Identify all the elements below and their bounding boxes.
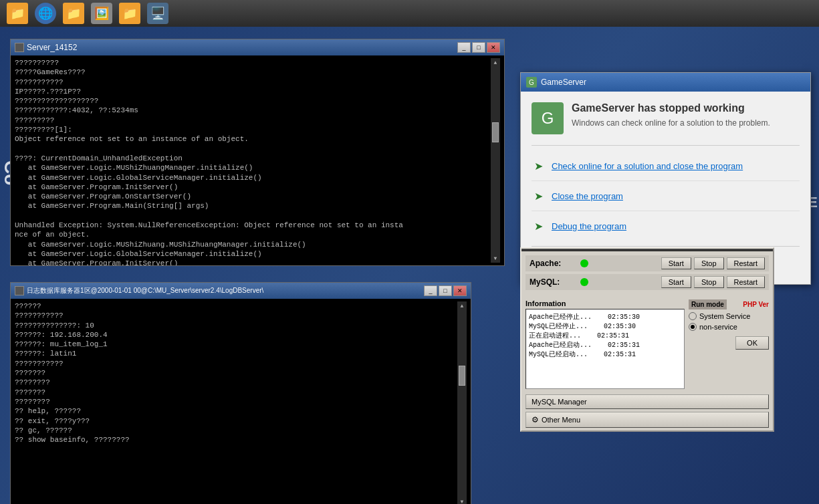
scrollbar-thumb-1[interactable] (492, 122, 499, 142)
close-program-label: Close the program (552, 191, 623, 201)
mysql-manager-btn[interactable]: MySQL Manager (525, 394, 769, 409)
other-menu-label: Other Menu (542, 416, 580, 424)
taskbar-monitor[interactable]: 🖥️ (147, 3, 168, 24)
info-line-2: MySQL已经停止... 02:35:30 (529, 322, 681, 331)
scrollbar-thumb-2[interactable] (459, 366, 465, 386)
console-1-icon (15, 43, 24, 52)
divider-1 (532, 145, 800, 146)
console-1-titlebar: Server_14152 _ □ ✕ (11, 39, 504, 55)
console-2-title: 日志数据库服务器1区@2000-01-01 00@C:\MU_Server\se… (15, 286, 263, 295)
gameserver-icon: G (526, 77, 537, 88)
xampp-lower-section: Information Apache已经停止... 02:35:30 MySQL… (521, 297, 773, 392)
mysql-stop-btn[interactable]: Stop (694, 276, 724, 288)
crash-app-icon: G (532, 102, 564, 134)
xampp-panel: Apache: Start Stop Restart MySQL: Start … (520, 247, 774, 432)
mysql-label: MySQL: (530, 277, 576, 287)
crash-header: G GameServer has stopped working Windows… (532, 102, 800, 134)
close-program-option[interactable]: ➤ Close the program (532, 181, 800, 211)
console-1-text: ?????????? ?????GameRes???? ??????????? … (15, 58, 491, 263)
apache-stop-btn[interactable]: Stop (694, 257, 724, 269)
other-menu-btn[interactable]: ⚙ Other Menu (525, 412, 769, 428)
info-line-4: Apache已经启动... 02:35:31 (529, 340, 681, 350)
close-button-1[interactable]: ✕ (487, 42, 500, 53)
run-mode-header: Run mode PHP Ver (689, 299, 769, 309)
apache-buttons: Start Stop Restart (661, 257, 765, 269)
crash-title: G GameServer (526, 77, 586, 88)
console-2-titlebar: 日志数据库服务器1区@2000-01-01 00@C:\MU_Server\se… (11, 283, 471, 299)
console-1-controls: _ □ ✕ (457, 42, 500, 53)
mysql-service-row: MySQL: Start Stop Restart (525, 274, 769, 290)
check-online-label: Check online for a solution and close th… (552, 161, 743, 171)
desktop: Co N TIME Server_14152 _ □ ✕ ?????????? … (0, 27, 819, 504)
radio-filled-dot (691, 325, 695, 329)
xampp-body: Apache: Start Stop Restart MySQL: Start … (521, 251, 773, 297)
divider-2 (532, 246, 800, 247)
non-service-radio-btn[interactable] (689, 323, 697, 331)
minimize-button-2[interactable]: _ (424, 285, 437, 296)
close-button-2[interactable]: ✕ (453, 285, 467, 296)
info-line-5: MySQL已经启动... 02:35:31 (529, 350, 681, 359)
system-service-radio-btn[interactable] (689, 312, 697, 320)
mysql-buttons: Start Stop Restart (661, 276, 765, 288)
crash-titlebar: G GameServer (521, 73, 810, 92)
maximize-button-1[interactable]: □ (472, 42, 485, 53)
apache-service-row: Apache: Start Stop Restart (525, 255, 769, 271)
info-line-1: Apache已经停止... 02:35:30 (529, 312, 681, 322)
xampp-bottom-buttons: MySQL Manager ⚙ Other Menu (521, 392, 773, 430)
crash-dialog-title: GameServer (541, 78, 586, 87)
console-2-icon (15, 286, 24, 295)
check-online-option[interactable]: ➤ Check online for a solution and close … (532, 151, 800, 181)
console-2-scrollbar[interactable]: ▲ ▼ (457, 301, 467, 504)
console-1-title-text: Server_14152 (27, 43, 77, 52)
mysql-status-dot (580, 278, 588, 286)
console-2-body: ?????? ??????????? ??????????????: 10 ??… (11, 299, 471, 504)
arrow-icon-3: ➤ (532, 219, 545, 233)
console-2-text: ?????? ??????????? ??????????????: 10 ??… (15, 301, 457, 504)
mysql-start-btn[interactable]: Start (661, 276, 691, 288)
apache-label: Apache: (530, 259, 576, 268)
console-window-1: Server_14152 _ □ ✕ ?????????? ?????GameR… (10, 39, 505, 266)
info-title: Information (525, 299, 685, 307)
php-ver-title: PHP Ver (743, 301, 769, 308)
crash-title-section: GameServer has stopped working Windows c… (572, 102, 770, 128)
run-mode-title: Run mode (689, 299, 727, 309)
console-1-title: Server_14152 (15, 43, 77, 52)
crash-icon-letter: G (542, 109, 554, 128)
maximize-button-2[interactable]: □ (439, 285, 452, 296)
mysql-restart-btn[interactable]: Restart (727, 276, 765, 288)
console-1-scrollbar[interactable]: ▲ ▼ (491, 58, 500, 263)
apache-status-dot (580, 259, 588, 267)
mysql-manager-label: MySQL Manager (532, 398, 587, 406)
taskbar-folder-2[interactable]: 📁 (63, 3, 84, 24)
non-service-radio[interactable]: non-service (689, 323, 769, 331)
run-mode-section: Run mode PHP Ver System Service non-serv… (689, 299, 769, 389)
taskbar-icon-2[interactable]: 🌐 (35, 3, 56, 24)
info-section: Information Apache已经停止... 02:35:30 MySQL… (525, 299, 685, 389)
console-window-2: 日志数据库服务器1区@2000-01-01 00@C:\MU_Server\se… (10, 282, 471, 504)
apache-restart-btn[interactable]: Restart (727, 257, 765, 269)
gear-icon: ⚙ (532, 415, 539, 424)
console-2-controls: _ □ ✕ (424, 285, 467, 296)
ok-button[interactable]: OK (735, 336, 769, 350)
minimize-button-1[interactable]: _ (457, 42, 471, 53)
system-service-label: System Service (699, 312, 750, 320)
info-panel: Apache已经停止... 02:35:30 MySQL已经停止... 02:3… (525, 309, 685, 389)
crash-heading: GameServer has stopped working (572, 102, 770, 114)
arrow-icon-1: ➤ (532, 159, 545, 172)
system-service-radio[interactable]: System Service (689, 312, 769, 320)
non-service-label: non-service (699, 323, 737, 331)
crash-description: Windows can check online for a solution … (572, 118, 770, 128)
arrow-icon-2: ➤ (532, 189, 545, 203)
console-1-body: ?????????? ?????GameRes???? ??????????? … (11, 55, 504, 265)
taskbar-folder-1[interactable]: 📁 (7, 3, 28, 24)
taskbar-photo[interactable]: 🖼️ (91, 3, 112, 24)
console-2-title-text: 日志数据库服务器1区@2000-01-01 00@C:\MU_Server\se… (27, 286, 263, 295)
apache-start-btn[interactable]: Start (661, 257, 691, 269)
taskbar: 📁 🌐 📁 🖼️ 📁 🖥️ (0, 0, 819, 27)
info-line-3: 正在启动进程... 02:35:31 (529, 331, 681, 340)
debug-program-label: Debug the program (552, 221, 626, 231)
debug-program-option[interactable]: ➤ Debug the program (532, 211, 800, 241)
taskbar-folder-3[interactable]: 📁 (119, 3, 140, 24)
